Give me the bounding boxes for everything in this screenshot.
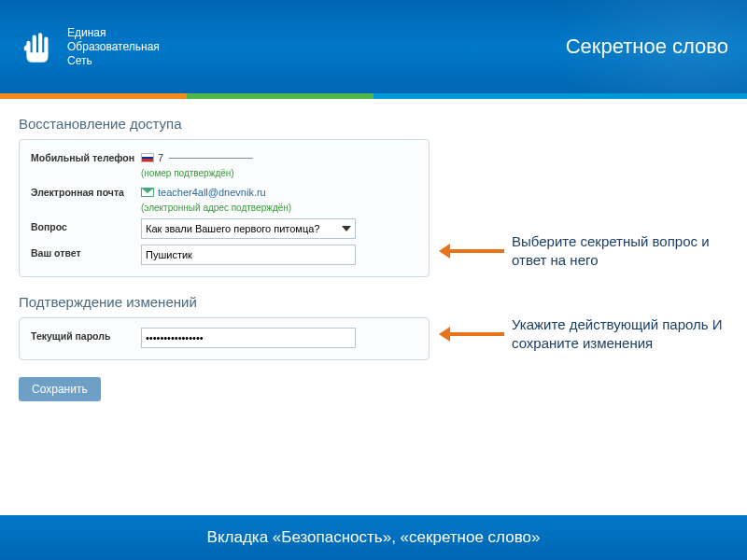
callout-password: Укажите действующий пароль И сохраните и… xyxy=(448,315,728,352)
footer-text: Вкладка «Безопасность», «секретное слово… xyxy=(207,528,541,547)
flag-ru-icon xyxy=(141,153,154,162)
email-label: Электронная почта xyxy=(31,184,141,198)
color-stripe xyxy=(0,93,747,99)
callout-question: Выберите секретный вопрос и ответ на нег… xyxy=(448,232,728,269)
logo-line3: Сеть xyxy=(67,54,160,68)
confirm-panel: Текущий пароль xyxy=(19,317,430,360)
callout-column: Выберите секретный вопрос и ответ на нег… xyxy=(448,116,728,401)
email-row: Электронная почта teacher4all@dnevnik.ru… xyxy=(31,184,417,213)
logo: Единая Образовательная Сеть xyxy=(19,26,160,68)
form-column: Восстановление доступа Мобильный телефон… xyxy=(19,116,430,401)
svg-rect-1 xyxy=(33,35,36,54)
svg-rect-2 xyxy=(38,33,42,54)
page-title: Секретное слово xyxy=(566,35,728,59)
answer-row: Ваш ответ xyxy=(31,245,417,265)
email-field[interactable]: teacher4all@dnevnik.ru xyxy=(141,187,266,198)
arrow-left-icon xyxy=(448,249,504,253)
confirm-title: Подтверждение изменений xyxy=(19,294,430,310)
phone-hint: (номер подтверждён) xyxy=(141,168,417,178)
slide-header: Единая Образовательная Сеть Секретное сл… xyxy=(0,0,747,93)
question-select[interactable]: Как звали Вашего первого питомца? xyxy=(141,218,356,239)
logo-text: Единая Образовательная Сеть xyxy=(67,26,160,68)
answer-label: Ваш ответ xyxy=(31,245,141,259)
logo-line1: Единая xyxy=(67,26,160,40)
callout-question-text: Выберите секретный вопрос и ответ на нег… xyxy=(512,232,728,269)
question-row: Вопрос Как звали Вашего первого питомца? xyxy=(31,218,417,239)
password-label: Текущий пароль xyxy=(31,328,141,342)
email-value: teacher4all@dnevnik.ru xyxy=(158,187,266,198)
svg-rect-3 xyxy=(44,37,48,55)
callout-password-text: Укажите действующий пароль И сохраните и… xyxy=(512,315,728,352)
phone-row: Мобильный телефон 7 (номер подтверждён) xyxy=(31,149,417,178)
password-input[interactable] xyxy=(141,328,356,348)
mail-icon xyxy=(141,188,154,197)
email-hint: (электронный адрес подтверждён) xyxy=(141,203,417,213)
arrow-left-icon xyxy=(448,332,504,336)
recovery-panel: Мобильный телефон 7 (номер подтверждён) … xyxy=(19,139,430,277)
logo-line2: Образовательная xyxy=(67,40,160,54)
recovery-title: Восстановление доступа xyxy=(19,116,430,132)
phone-input-line xyxy=(169,158,253,159)
password-row: Текущий пароль xyxy=(31,328,417,348)
question-label: Вопрос xyxy=(31,218,141,232)
slide-footer: Вкладка «Безопасность», «секретное слово… xyxy=(0,515,747,560)
phone-value: 7 xyxy=(158,152,163,163)
hand-icon xyxy=(19,27,58,66)
content-area: Восстановление доступа Мобильный телефон… xyxy=(0,99,747,411)
phone-label: Мобильный телефон xyxy=(31,149,141,163)
answer-input[interactable] xyxy=(141,245,356,265)
save-button[interactable]: Сохранить xyxy=(19,377,101,401)
phone-field[interactable]: 7 xyxy=(141,152,253,163)
